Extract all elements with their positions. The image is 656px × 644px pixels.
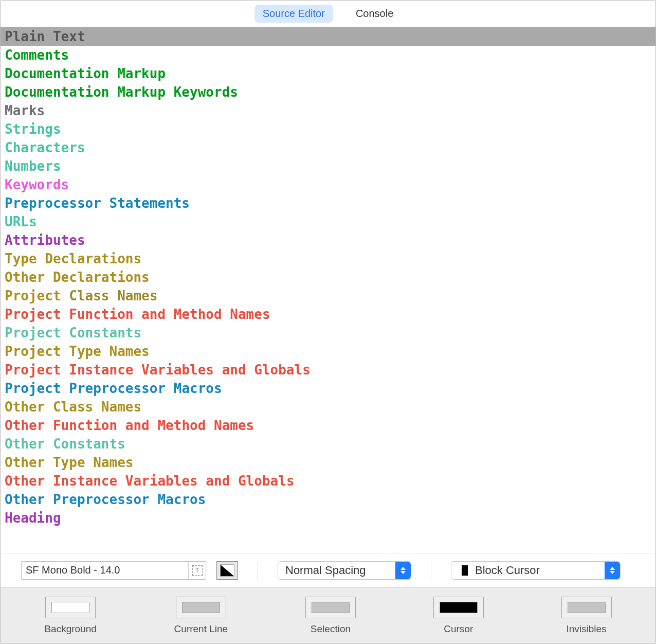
syntax-item-part: Project <box>5 288 61 303</box>
syntax-item[interactable]: Heading <box>1 509 655 527</box>
syntax-item-part: Project <box>5 344 61 359</box>
syntax-item-part: Class Names <box>61 288 158 303</box>
syntax-item[interactable]: Numbers <box>1 157 655 175</box>
syntax-item[interactable]: Project Function and Method Names <box>1 305 655 324</box>
syntax-item-part: Other <box>5 492 45 507</box>
tab-console[interactable]: Console <box>348 5 402 23</box>
tab-source-editor[interactable]: Source Editor <box>254 5 333 23</box>
swatch-label: Cursor <box>444 623 473 635</box>
syntax-item[interactable]: Project Constants <box>1 324 655 342</box>
font-value: SF Mono Bold - 14.0 <box>22 564 188 576</box>
syntax-item[interactable]: Plain Text <box>1 27 655 46</box>
font-picker-icon <box>192 565 203 576</box>
syntax-item[interactable]: Project Instance Variables and Globals <box>1 361 655 379</box>
syntax-item[interactable]: Project Class Names <box>1 287 655 305</box>
syntax-item-part: Other <box>5 418 45 433</box>
swatch-cursor[interactable]: Cursor <box>433 597 484 635</box>
syntax-item-part: Project <box>5 381 61 396</box>
font-controls-row: SF Mono Bold - 14.0 Normal Spacing Block… <box>1 553 655 587</box>
text-color-well[interactable] <box>216 561 238 580</box>
syntax-item[interactable]: Other Function and Method Names <box>1 416 655 435</box>
swatch-label: Selection <box>311 623 351 635</box>
syntax-item[interactable]: Comments <box>1 46 655 64</box>
syntax-item-part: Instance Variables and Globals <box>45 473 294 489</box>
syntax-item[interactable]: Type Declarations <box>1 249 655 268</box>
syntax-item-part: Project <box>5 362 61 378</box>
syntax-item-part: Instance Variables and Globals <box>61 362 311 378</box>
syntax-item[interactable]: Other Constants <box>1 435 655 453</box>
syntax-item-part: Other <box>5 399 45 415</box>
font-field[interactable]: SF Mono Bold - 14.0 <box>21 561 206 580</box>
swatch-label: Invisibles <box>566 623 606 635</box>
syntax-item-part: Project <box>5 307 61 322</box>
swatch-label: Background <box>44 623 96 635</box>
line-spacing-label: Normal Spacing <box>285 564 395 577</box>
syntax-item[interactable]: Other Class Names <box>1 398 655 416</box>
swatch-invisibles[interactable]: Invisibles <box>561 597 612 635</box>
syntax-item[interactable]: Preprocessor Statements <box>1 194 655 212</box>
syntax-item-part: Constants <box>61 325 142 341</box>
syntax-item-part: Preprocessor Macros <box>45 492 206 507</box>
syntax-item[interactable]: URLs <box>1 212 655 231</box>
syntax-item-part: Project <box>5 325 61 341</box>
font-picker-button[interactable] <box>188 562 206 579</box>
syntax-item[interactable]: Keywords <box>1 175 655 194</box>
syntax-item[interactable]: Documentation Markup <box>1 64 655 83</box>
block-cursor-icon <box>459 565 471 576</box>
syntax-item-part: Constants <box>45 436 125 452</box>
syntax-item[interactable]: Documentation Markup Keywords <box>1 83 655 101</box>
syntax-item[interactable]: Project Preprocessor Macros <box>1 379 655 398</box>
cursor-style-popup[interactable]: Block Cursor <box>451 561 621 580</box>
syntax-item[interactable]: Characters <box>1 138 655 157</box>
syntax-item-part: Function and Method Names <box>61 307 270 322</box>
syntax-item-part: Type Names <box>61 344 150 359</box>
syntax-item[interactable]: Project Type Names <box>1 342 655 361</box>
color-swatch-bar: Background Current Line Selection Cursor… <box>1 587 655 643</box>
cursor-style-label: Block Cursor <box>475 564 605 577</box>
syntax-item-part: Other <box>5 455 45 470</box>
divider <box>431 561 431 580</box>
swatch-current-line[interactable]: Current Line <box>174 597 228 635</box>
syntax-item[interactable]: Other Instance Variables and Globals <box>1 472 655 490</box>
tab-bar: Source Editor Console <box>1 1 655 27</box>
syntax-item[interactable]: Marks <box>1 101 655 120</box>
syntax-item[interactable]: Attributes <box>1 231 655 249</box>
swatch-selection[interactable]: Selection <box>305 597 356 635</box>
syntax-item[interactable]: Other Declarations <box>1 268 655 287</box>
syntax-item-part: Preprocessor Macros <box>61 381 222 396</box>
syntax-item-part: Other <box>5 436 45 452</box>
swatch-label: Current Line <box>174 623 228 635</box>
line-spacing-popup[interactable]: Normal Spacing <box>278 561 411 580</box>
syntax-list: Plain TextCommentsDocumentation MarkupDo… <box>1 27 655 553</box>
syntax-item-part: Class Names <box>45 399 141 415</box>
color-triangle-icon <box>221 565 234 576</box>
syntax-item[interactable]: Other Type Names <box>1 453 655 472</box>
syntax-item[interactable]: Other Preprocessor Macros <box>1 490 655 509</box>
syntax-item[interactable]: Strings <box>1 120 655 138</box>
syntax-item-part: Function and Method Names <box>45 418 254 433</box>
divider <box>258 561 258 580</box>
stepper-icon <box>605 562 620 579</box>
syntax-item-part: Type Names <box>45 455 133 470</box>
syntax-item-part: Other <box>5 473 45 489</box>
swatch-background[interactable]: Background <box>44 597 96 635</box>
stepper-icon <box>395 562 411 579</box>
